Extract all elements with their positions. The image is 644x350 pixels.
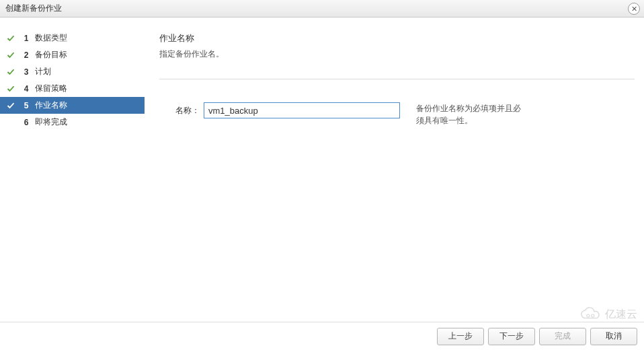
help-line-1: 备份作业名称为必填项并且必 [416, 104, 521, 113]
empty-icon [5, 117, 16, 128]
step-data-type[interactable]: 1 数据类型 [0, 30, 145, 46]
footer: 上一步 下一步 完成 取消 [0, 322, 644, 350]
page-description: 指定备份作业名。 [159, 48, 635, 60]
check-icon [5, 67, 16, 77]
step-number: 6 [20, 118, 32, 127]
step-number: 1 [20, 34, 32, 43]
name-label: 名称： [159, 102, 200, 116]
check-icon [5, 50, 16, 61]
close-icon: ✕ [631, 5, 637, 13]
step-label: 作业名称 [35, 100, 67, 111]
step-number: 4 [20, 84, 32, 94]
step-retention[interactable]: 4 保留策略 [0, 80, 145, 97]
page-title: 作业名称 [159, 32, 635, 44]
window-title: 创建新备份作业 [5, 3, 62, 14]
step-label: 保留策略 [35, 83, 67, 94]
help-line-2: 须具有唯一性。 [416, 116, 473, 125]
name-input[interactable] [204, 102, 400, 118]
cancel-button[interactable]: 取消 [590, 328, 637, 345]
prev-button[interactable]: 上一步 [437, 328, 484, 345]
name-help: 备份作业名称为必填项并且必 须具有唯一性。 [416, 102, 521, 127]
step-job-name[interactable]: 5 作业名称 [0, 97, 145, 114]
step-number: 2 [20, 50, 32, 60]
close-button[interactable]: ✕ [628, 3, 640, 15]
titlebar: 创建新备份作业 ✕ [0, 0, 644, 18]
step-label: 即将完成 [35, 116, 67, 128]
check-icon [5, 33, 16, 44]
check-icon [5, 100, 16, 111]
step-ready-complete[interactable]: 6 即将完成 [0, 114, 145, 131]
step-label: 备份目标 [35, 49, 67, 61]
step-schedule[interactable]: 3 计划 [0, 63, 145, 80]
step-number: 3 [20, 67, 32, 77]
main-panel: 作业名称 指定备份作业名。 名称： 备份作业名称为必填项并且必 须具有唯一性。 [145, 18, 644, 322]
step-label: 计划 [35, 66, 51, 77]
step-backup-target[interactable]: 2 备份目标 [0, 46, 145, 63]
finish-button: 完成 [539, 328, 586, 345]
step-label: 数据类型 [35, 32, 67, 44]
step-number: 5 [20, 101, 32, 110]
check-icon [5, 83, 16, 94]
next-button[interactable]: 下一步 [488, 328, 535, 345]
wizard-sidebar: 1 数据类型 2 备份目标 3 计划 4 保留策略 [0, 18, 145, 322]
name-row: 名称： 备份作业名称为必填项并且必 须具有唯一性。 [159, 102, 635, 127]
divider [159, 79, 635, 79]
